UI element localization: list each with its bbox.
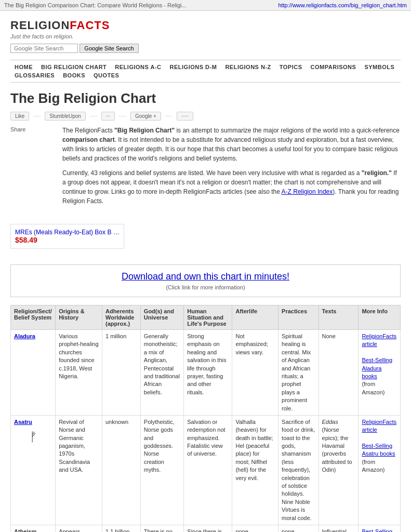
cell-texts: None [319,330,359,416]
googleplus-button[interactable]: Google + [130,112,161,121]
nav-topics[interactable]: TOPICS [275,63,307,71]
cell-adherents: 1.1 billion (this figure includes agnost… [102,525,140,532]
logo-area: RELIGIONFACTS Just the facts on religion… [10,11,401,56]
rf-article-asatru[interactable]: ReligionFacts article [362,419,396,433]
intro-para2: Currently, 43 religions and belief syste… [62,168,401,206]
th-gods: God(s) andUniverse [140,305,183,330]
az-religion-index-link[interactable]: A-Z Religion Index [282,188,333,195]
download-link[interactable]: Download and own this chart in minutes! [122,271,289,282]
nav-symbols[interactable]: SYMBOLS [360,63,399,71]
nav-religions-nz[interactable]: RELIGIONS N-Z [221,63,275,71]
th-texts: Texts [319,305,359,330]
cell-moreinfo: Best-Selling Atheism books (from Amazon) [359,525,401,532]
th-origins: Origins &History [56,305,102,330]
cell-moreinfo: ReligionFacts article Best-Selling Asatr… [359,415,401,525]
main-layout: Share The ReligionFacts "Big Religion Ch… [10,126,401,211]
logo[interactable]: RELIGIONFACTS [10,19,401,32]
cell-gods: There is no God or divine being. Beliefs… [140,525,183,532]
tweet-button[interactable]: ··· [101,112,115,121]
amazon-asatru[interactable]: Best-Selling Asatru books [362,443,395,457]
nav-religions-ac[interactable]: RELIGIONS A-C [111,63,165,71]
nav-books[interactable]: BOOKS [59,71,89,79]
nav-comparisons[interactable]: COMPARISONS [307,63,361,71]
logo-tagline: Just the facts on religion. [10,33,401,39]
amazon-aladura[interactable]: Best-Selling Aladura books [362,357,392,379]
other-button[interactable]: ····· [177,112,193,121]
nav-quotes[interactable]: QUOTES [89,71,123,79]
search-input[interactable] [10,44,78,53]
page-title: The Big Religion Chart [10,90,401,107]
ad-text: MREs (Meals Ready-to-Eat) Box B … [15,229,120,236]
sep2: ····· [90,113,97,119]
search-wrapper: Google Site Search [10,44,401,53]
chart-table: Religion/Sect/Belief System Origins &His… [10,305,401,532]
like-button[interactable]: Like [10,112,29,121]
th-practices: Practices [279,305,319,330]
cell-afterlife: none [232,525,279,532]
nav-big-religion-chart[interactable]: BIG RELIGION CHART [37,63,111,71]
religion-link-asatru[interactable]: Asatru [14,419,32,425]
cell-gods: Polytheistic, Norse gods and goddesses. … [140,415,183,525]
sidebar: Share [10,126,52,211]
nav-glossaries[interactable]: GLOSSARIES [10,71,59,79]
cell-origins: Appears throughout history (including an… [56,525,102,532]
asatru-icon: ᚠ [14,428,52,446]
logo-religion: RELIGION [10,19,70,32]
download-section: Download and own this chart in minutes! … [10,264,401,297]
cell-practices: none [279,525,319,532]
amazon-atheism[interactable]: Best-Selling Atheism books [362,528,392,532]
sep1: ····· [33,113,41,119]
th-religion: Religion/Sect/Belief System [11,305,56,330]
page-content: RELIGIONFACTS Just the facts on religion… [0,11,411,532]
cell-origins: Various prophet-healing churches founded… [56,330,102,416]
cell-gods: Generally monotheistic; a mix of Anglica… [140,330,183,416]
cell-afterlife: Not emphasized; views vary. [232,330,279,416]
cell-moreinfo: ReligionFacts article Best-Selling Aladu… [359,330,401,416]
intro-text: The ReligionFacts "Big Religion Chart" i… [62,126,401,206]
cell-origins: Revival of Norse and Germanic paganism, … [56,415,102,525]
cell-practices: Sacrifice of food or drink, toast to the… [279,415,319,525]
religion-link-aladura[interactable]: Aladura [14,333,35,339]
ad-price: $58.49 [15,236,120,244]
rf-article-aladura[interactable]: ReligionFacts article [362,333,396,347]
social-bar: Like ····· StumbleUpon ····· ··· ····· G… [10,112,401,121]
table-header-row: Religion/Sect/Belief System Origins &His… [11,305,401,330]
browser-chrome: The Big Religion Comparison Chart: Compa… [0,0,411,11]
nav-religions-dm[interactable]: RELIGIONS D-M [166,63,221,71]
browser-url: http://www.religionfacts.com/big_religio… [278,2,407,8]
th-moreinfo: More Info [359,305,401,330]
cell-practices: Spiritual healing is central. Mix of Ang… [279,330,319,416]
cell-human: Since there is no afterlife, this one li… [184,525,232,532]
stumbleupon-button[interactable]: StumbleUpon [45,112,86,121]
content-area: The ReligionFacts "Big Religion Chart" i… [62,126,401,211]
sep3: ····· [119,113,126,119]
main-nav: HOME BIG RELIGION CHART RELIGIONS A-C RE… [10,60,401,83]
table-row: Asatru ᚠ Revival of Norse and Germanic p… [11,415,401,525]
cell-adherents: 1 million [102,330,140,416]
th-adherents: AdherentsWorldwide(approx.) [102,305,140,330]
religion-name-atheism: Atheism [14,528,36,532]
cell-religion-name: Aladura [11,330,56,416]
logo-facts: FACTS [70,19,110,32]
browser-title: The Big Religion Comparison Chart: Compa… [4,2,278,8]
th-afterlife: Afterlife [232,305,279,330]
intro-para1: The ReligionFacts "Big Religion Chart" i… [62,126,401,163]
table-row: Atheism Appears throughout history (incl… [11,525,401,532]
search-button[interactable]: Google Site Search [79,44,138,53]
share-label: Share [10,126,25,132]
cell-texts: Influential works include those by Marx,… [319,525,359,532]
ad-box: MREs (Meals Ready-to-Eat) Box B … $58.49 [10,224,124,249]
download-sub: (Click link for more information) [17,284,394,290]
table-row: Aladura Various prophet-healing churches… [11,330,401,416]
cell-religion-name: Atheism [11,525,56,532]
cell-afterlife: Valhalla (heaven) for death in battle; H… [232,415,279,525]
th-human: HumanSituation andLife's Purpose [184,305,232,330]
cell-religion-name: Asatru ᚠ [11,415,56,525]
ad-link[interactable]: MREs (Meals Ready-to-Eat) Box B … [15,229,120,236]
cell-adherents: unknown [102,415,140,525]
cell-texts: Eddas (Norse epics); the Havamal (prover… [319,415,359,525]
cell-human: Salvation or redemption not emphasized. … [184,415,232,525]
cell-human: Strong emphasis on healing and salvation… [184,330,232,416]
sep4: ····· [165,113,173,119]
nav-home[interactable]: HOME [10,63,37,71]
